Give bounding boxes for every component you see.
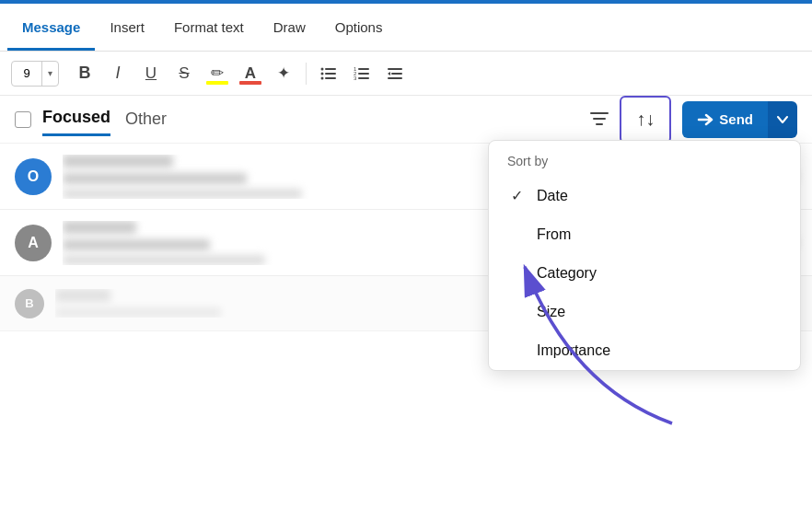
other-tab[interactable]: Other [125,110,167,129]
send-button-group: Send [682,101,797,138]
font-size-input[interactable] [12,66,41,80]
avatar-1: O [15,158,52,195]
bullet-list-button[interactable] [314,59,343,88]
svg-rect-12 [388,68,402,70]
formatting-toolbar: ▾ B I U S ✏ A ✦ 1 2 3 [0,52,812,96]
email-preview-3 [55,307,221,318]
tab-options[interactable]: Options [320,3,398,51]
font-size-control[interactable]: ▾ [11,61,59,87]
sort-dropdown-header: Sort by [489,141,800,176]
email-sender-1 [63,155,173,168]
italic-button[interactable]: I [103,59,133,88]
svg-point-4 [321,76,324,79]
svg-point-2 [321,72,324,75]
email-subject-2 [63,239,210,250]
font-size-dropdown-arrow[interactable]: ▾ [41,61,58,87]
avatar-2: A [15,225,52,261]
strikethrough-button[interactable]: S [169,59,199,88]
highlight-button[interactable]: ✏ [203,59,232,88]
svg-rect-3 [325,73,336,75]
svg-rect-16 [593,118,606,120]
select-all-checkbox[interactable] [15,111,31,128]
check-placeholder-from [511,226,533,243]
avatar-3: B [15,289,44,318]
send-icon [697,112,713,127]
send-button[interactable]: Send [682,101,768,138]
tab-bar: Message Insert Format text Draw Options [0,4,812,52]
email-preview-2 [63,255,265,265]
sort-option-category[interactable]: Category [493,254,796,293]
send-dropdown-button[interactable] [768,101,797,138]
sort-option-from[interactable]: From [493,215,796,254]
numbered-list-button[interactable]: 1 2 3 [347,59,377,88]
underline-button[interactable]: U [136,59,166,88]
tab-format-text[interactable]: Format text [159,3,259,51]
tab-message[interactable]: Message [7,3,95,51]
svg-rect-11 [358,77,369,79]
chevron-down-icon [777,116,788,123]
svg-point-0 [321,67,324,70]
svg-rect-13 [391,73,402,75]
email-sender-3 [55,289,110,302]
sort-dropdown: Sort by ✓ Date From Category Size Import… [488,140,801,371]
highlight-color-bar [206,81,228,85]
svg-rect-7 [358,68,369,70]
email-sender-2 [63,221,136,234]
decrease-indent-button[interactable] [380,59,410,88]
font-color-button[interactable]: A [236,59,265,88]
focused-tab[interactable]: Focused [42,108,110,131]
svg-text:3: 3 [354,75,357,81]
inbox-header: Focused Other ↑↓ Send [0,96,812,144]
svg-rect-14 [388,77,402,79]
bold-button[interactable]: B [70,59,99,88]
check-placeholder-importance [511,342,533,359]
tab-draw[interactable]: Draw [259,3,320,51]
font-color-bar [239,81,261,85]
filter-icon[interactable] [586,107,612,133]
tab-insert[interactable]: Insert [95,3,159,51]
check-placeholder-size [511,304,533,320]
svg-rect-15 [590,112,609,114]
email-preview-1 [63,189,302,199]
toolbar-separator-1 [306,63,307,85]
email-subject-1 [63,173,247,184]
sort-option-date[interactable]: ✓ Date [493,176,796,215]
sort-option-size[interactable]: Size [493,293,796,331]
check-icon: ✓ [511,187,533,204]
svg-rect-1 [325,68,336,70]
check-placeholder-category [511,265,533,282]
svg-rect-17 [596,123,603,125]
clear-format-button[interactable]: ✦ [269,59,298,88]
sort-option-importance[interactable]: Importance [493,331,796,370]
svg-rect-9 [358,73,369,75]
svg-rect-5 [325,77,336,79]
sort-button[interactable]: ↑↓ [620,96,671,144]
